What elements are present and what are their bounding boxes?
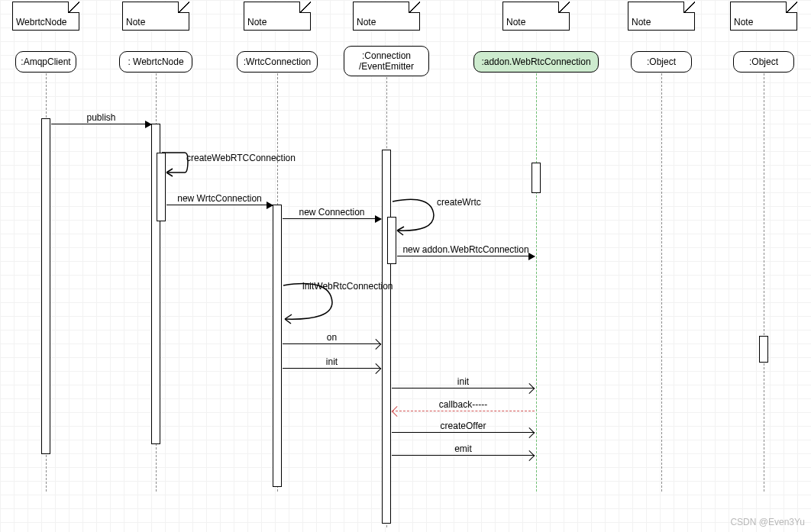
msg-newWrtcConnection: new WrtcConnection (166, 205, 273, 205)
box-label: : WebrtcNode (128, 56, 183, 67)
msg-publish: publish (51, 124, 151, 124)
msg-label: initWebRtcConnection (302, 281, 393, 292)
doc-p5: Note (628, 2, 695, 31)
doc-label: Note (126, 17, 145, 27)
doc-p0: WebrtcNode (12, 2, 79, 31)
doc-label: Note (632, 17, 651, 27)
lifeline-p5 (661, 73, 662, 492)
doc-p3: Note (353, 2, 420, 31)
msg-label: callback----- (439, 399, 487, 410)
box-label: :Object (647, 56, 676, 67)
box-p6: :Object (733, 51, 794, 73)
doc-p4: Note (502, 2, 570, 31)
doc-fold-icon (786, 2, 797, 13)
msg-label: createWrtc (437, 197, 481, 208)
arrow-right-icon (528, 253, 535, 260)
doc-fold-icon (683, 2, 695, 13)
msg-on: on (283, 343, 381, 344)
box-p3: :Connection /EventEmitter (344, 46, 429, 76)
doc-label: WebrtcNode (16, 17, 66, 27)
msg-init2: init (392, 388, 535, 389)
msg-emit: emit (392, 455, 535, 456)
sequence-diagram: WebrtcNode :AmqpClient Note : WebrtcNode… (0, 0, 811, 532)
msg-newAddon: new addon.WebRtcConnection (397, 256, 535, 256)
self-createWrtc (386, 197, 440, 235)
box-p0: :AmqpClient (15, 51, 76, 73)
msg-label: createWebRTCConnection (186, 153, 296, 163)
activation-p6 (759, 336, 768, 363)
doc-label: Note (247, 17, 267, 27)
doc-p1: Note (122, 2, 189, 31)
doc-label: Note (506, 17, 525, 27)
doc-fold-icon (299, 2, 311, 13)
activation-p2 (273, 205, 282, 487)
arrow-right-icon (145, 121, 152, 128)
msg-label: on (327, 332, 337, 343)
msg-label: new addon.WebRtcConnection (402, 244, 528, 255)
doc-fold-icon (68, 2, 79, 13)
box-label: :Connection /EventEmitter (359, 50, 414, 73)
msg-label: new Connection (299, 207, 364, 218)
msg-init: init (283, 368, 381, 369)
box-p5: :Object (631, 51, 692, 73)
msg-createOffer: createOffer (392, 432, 535, 433)
box-p1: : WebrtcNode (119, 51, 192, 73)
watermark: CSDN @Even3Yu (730, 517, 805, 527)
doc-label: Note (734, 17, 753, 27)
arrow-right-icon (267, 202, 273, 209)
doc-p6: Note (730, 2, 797, 31)
doc-fold-icon (558, 2, 570, 13)
grid-bg (0, 0, 811, 532)
doc-fold-icon (409, 2, 420, 13)
self-createWebRTCConnection (151, 150, 188, 180)
activation-p0 (41, 118, 50, 454)
doc-fold-icon (178, 2, 189, 13)
box-p2: :WrtcConnection (237, 51, 318, 73)
doc-label: Note (357, 17, 376, 27)
lifeline-p6 (764, 73, 764, 492)
activation-p4 (532, 163, 541, 193)
doc-p2: Note (244, 2, 311, 31)
msg-label: new WrtcConnection (177, 193, 262, 204)
box-p4: :addon.WebRtcConnection (473, 51, 599, 73)
msg-callback: callback----- (392, 411, 535, 411)
box-label: :AmqpClient (21, 56, 70, 67)
msg-label: publish (86, 112, 115, 123)
box-label: :WrtcConnection (244, 56, 311, 67)
lifeline-p4 (536, 73, 537, 492)
box-label: :Object (749, 56, 778, 67)
msg-label: init (326, 356, 338, 367)
msg-label: createOffer (441, 421, 486, 431)
msg-newConnection: new Connection (283, 218, 381, 219)
box-label: :addon.WebRtcConnection (481, 56, 590, 67)
msg-label: init (457, 376, 469, 387)
arrow-right-icon (375, 215, 382, 223)
msg-label: emit (454, 443, 472, 454)
